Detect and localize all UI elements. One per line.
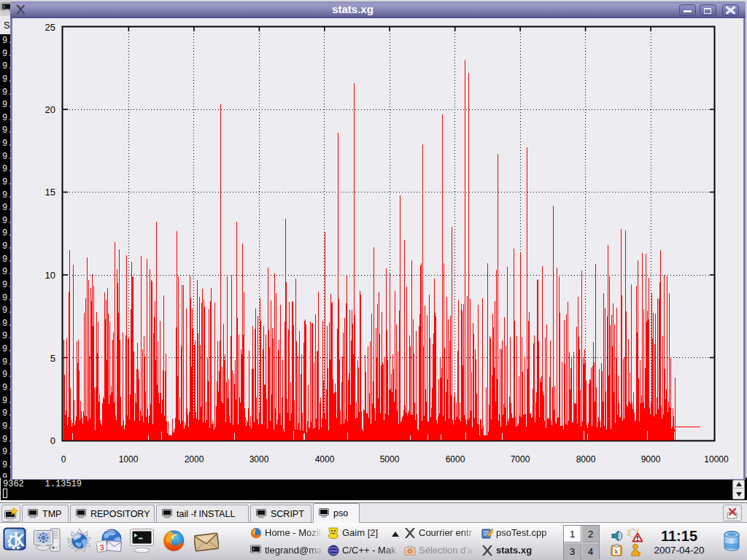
- svg-text:k: k: [615, 548, 619, 555]
